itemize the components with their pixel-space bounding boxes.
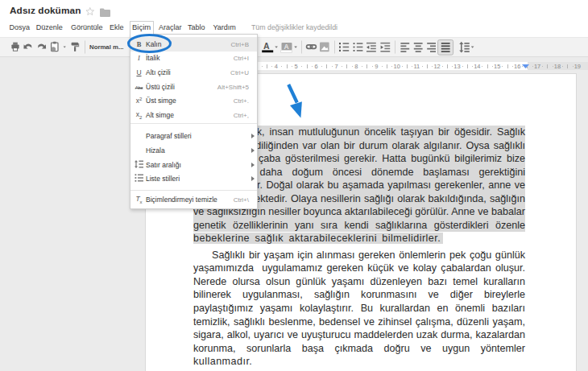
svg-text:A: A (284, 43, 289, 51)
svg-text:A: A (263, 41, 270, 51)
